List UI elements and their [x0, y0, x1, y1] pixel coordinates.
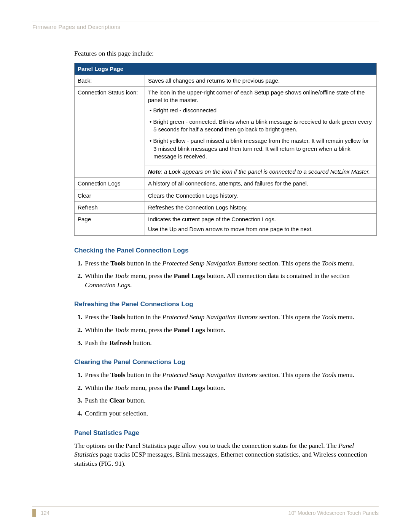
step: Press the Tools button in the Protected …	[84, 259, 377, 268]
step: Press the Tools button in the Protected …	[84, 313, 377, 322]
heading-refresh-logs: Refreshing the Panel Connections Log	[74, 300, 377, 309]
row-label-conn-status: Connection Status icon:	[75, 87, 145, 178]
footer-rule	[32, 506, 379, 507]
header-rule	[32, 21, 379, 21]
table-row: Clear Clears the Connection Logs history…	[75, 190, 377, 201]
table-row: Connection Logs A history of all connect…	[75, 178, 377, 190]
step: Within the Tools menu, press the Panel L…	[84, 383, 377, 393]
note-text: : a Lock appears on the icon if the pane…	[161, 168, 370, 175]
row-desc-clear: Clears the Connection Logs history.	[145, 190, 377, 201]
heading-panel-statistics: Panel Statistics Page	[74, 429, 377, 438]
panel-statistics-paragraph: The options on the Panel Statistics page…	[74, 441, 377, 468]
footer-doc-title: 10" Modero Widescreen Touch Panels	[288, 510, 379, 516]
table-title: Panel Logs Page	[75, 63, 377, 75]
page-desc-1: Indicates the current page of the Connec…	[148, 216, 373, 223]
page-footer: 124 10" Modero Widescreen Touch Panels	[32, 506, 379, 517]
table-row: Refresh Refreshes the Connection Logs hi…	[75, 201, 377, 213]
table-row: Back: Saves all changes and returns to t…	[75, 75, 377, 86]
conn-status-note: Note: a Lock appears on the icon if the …	[145, 166, 376, 177]
row-label-conn-logs: Connection Logs	[75, 178, 145, 190]
step: Push the Refresh button.	[84, 339, 377, 348]
page: Firmware Pages and Descriptions Features…	[0, 0, 411, 532]
row-desc-page: Indicates the current page of the Connec…	[145, 214, 377, 236]
row-desc-refresh: Refreshes the Connection Logs history.	[145, 201, 377, 213]
row-label-clear: Clear	[75, 190, 145, 201]
bullet-green: Bright green - connected. Blinks when a …	[148, 118, 373, 137]
row-desc-conn-logs: A history of all connections, attempts, …	[145, 178, 377, 190]
steps-clear-logs: Press the Tools button in the Protected …	[74, 371, 377, 418]
table-row: Page Indicates the current page of the C…	[75, 214, 377, 236]
step: Within the Tools menu, press the Panel L…	[84, 326, 377, 335]
steps-check-logs: Press the Tools button in the Protected …	[74, 259, 377, 290]
heading-clear-logs: Clearing the Panel Connections Log	[74, 358, 377, 367]
row-desc-back: Saves all changes and returns to the pre…	[145, 75, 377, 86]
bullet-red: Bright red - disconnected	[148, 107, 373, 118]
footer-tab-icon	[32, 509, 36, 517]
row-label-refresh: Refresh	[75, 201, 145, 213]
row-label-back: Back:	[75, 75, 145, 86]
bullet-yellow: Bright yellow - panel missed a blink mes…	[148, 137, 373, 164]
row-desc-conn-status: The icon in the upper-right corner of ea…	[145, 87, 377, 178]
page-body: Features on this page include: Panel Log…	[74, 49, 377, 468]
step: Press the Tools button in the Protected …	[84, 371, 377, 380]
page-number: 124	[41, 510, 49, 516]
intro-text: Features on this page include:	[74, 49, 377, 58]
panel-logs-table: Panel Logs Page Back: Saves all changes …	[74, 63, 377, 236]
row-label-page: Page	[75, 214, 145, 236]
heading-check-logs: Checking the Panel Connection Logs	[74, 246, 377, 255]
step: Confirm your selection.	[84, 409, 377, 418]
conn-status-bullets: Bright red - disconnected Bright green -…	[148, 107, 373, 165]
running-header: Firmware Pages and Descriptions	[32, 24, 379, 30]
table-row: Connection Status icon: The icon in the …	[75, 87, 377, 178]
step: Within the Tools menu, press the Panel L…	[84, 272, 377, 289]
conn-status-intro: The icon in the upper-right corner of ea…	[148, 89, 365, 103]
step: Push the Clear button.	[84, 396, 377, 405]
note-label: Note	[148, 168, 161, 175]
page-desc-2: Use the Up and Down arrows to move from …	[148, 225, 373, 233]
steps-refresh-logs: Press the Tools button in the Protected …	[74, 313, 377, 347]
